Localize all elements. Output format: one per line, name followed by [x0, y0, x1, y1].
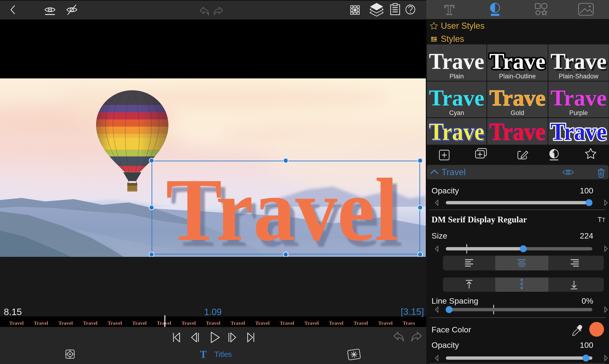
svg-text:Trave: Trave	[551, 85, 607, 110]
svg-text:T: T	[444, 2, 454, 18]
svg-text:Trave: Trave	[489, 118, 545, 145]
svg-text:Trave: Trave	[429, 85, 484, 110]
svg-text:Trave: Trave	[551, 49, 607, 74]
svg-text:Gold: Gold	[511, 109, 524, 117]
svg-text:User Styles: User Styles	[441, 21, 484, 31]
svg-text:Trave: Trave	[429, 49, 484, 74]
svg-text:Trave: Trave	[489, 85, 545, 110]
svg-text:Trave: Trave	[489, 49, 545, 74]
svg-text:Trave: Trave	[551, 118, 607, 145]
svg-text:Travel: Travel	[442, 167, 466, 177]
svg-text:Purple: Purple	[569, 109, 588, 117]
svg-text:Plain: Plain	[449, 73, 464, 80]
svg-text:Plain-Outline: Plain-Outline	[499, 73, 536, 80]
svg-text:Styles: Styles	[441, 34, 464, 44]
svg-text:Plain-Shadow: Plain-Shadow	[559, 73, 598, 80]
svg-text:Cyan: Cyan	[449, 109, 464, 117]
svg-text:Trave: Trave	[429, 118, 484, 145]
